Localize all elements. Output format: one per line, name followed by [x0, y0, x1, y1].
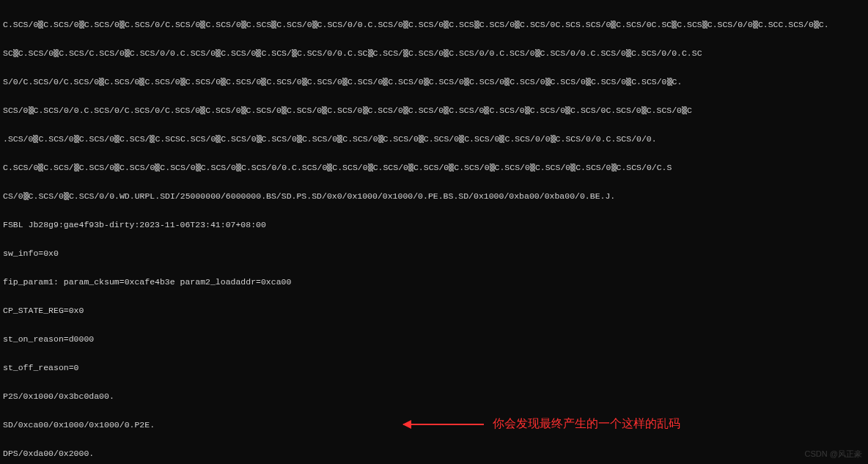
garbage-glyph-icon: [490, 163, 495, 172]
garbage-glyph-icon: [180, 78, 185, 86]
garbage-glyph-icon: [383, 78, 388, 86]
garbage-glyph-icon: [99, 78, 104, 86]
garbage-glyph-icon: [611, 163, 617, 172]
garbage-glyph-icon: [565, 106, 570, 114]
garbage-glyph-icon: [403, 106, 408, 114]
garbage-line-6: C.SCS/0C.SCS/C.SCS/0C.SCS/0C.SCS/0C.SCS/…: [3, 163, 865, 172]
garbage-glyph-icon: [444, 21, 449, 29]
garbage-glyph-icon: [419, 135, 424, 143]
garbage-glyph-icon: [611, 21, 616, 29]
garbage-glyph-icon: [525, 106, 530, 114]
garbage-glyph-icon: [74, 163, 79, 172]
garbage-glyph-icon: [256, 49, 261, 57]
garbage-glyph-icon: [216, 49, 221, 57]
log-line: st_off_reason=0: [3, 363, 865, 372]
garbage-glyph-icon: [64, 192, 69, 200]
garbage-glyph-icon: [499, 135, 504, 143]
garbage-glyph-icon: [444, 49, 449, 57]
garbage-glyph-icon: [221, 78, 226, 86]
garbage-glyph-icon: [125, 49, 130, 57]
log-line: DPS/0xda00/0x2000.: [3, 449, 865, 458]
log-line: sw_info=0x0: [3, 248, 865, 258]
garbage-glyph-icon: [13, 49, 18, 57]
garbage-glyph-icon: [54, 49, 59, 57]
garbage-line-2: SCC.SCS/0C.SCS/C.SCS/0C.SCS/0/0.C.SCS/0C…: [3, 48, 865, 58]
garbage-glyph-icon: [672, 21, 677, 29]
garbage-glyph-icon: [545, 78, 551, 86]
log-line: CP_STATE_REG=0x0: [3, 306, 865, 315]
garbage-glyph-icon: [403, 49, 408, 57]
garbage-glyph-icon: [322, 106, 327, 114]
garbage-glyph-icon: [337, 135, 342, 143]
garbage-glyph-icon: [626, 78, 631, 86]
garbage-glyph-icon: [530, 163, 535, 172]
garbage-glyph-icon: [241, 106, 246, 114]
garbage-line-7: CS/0C.SCS/0C.SCS/0/0.WD.URPL.SDI/2500000…: [3, 191, 865, 201]
garbage-glyph-icon: [570, 163, 575, 172]
garbage-glyph-icon: [586, 78, 591, 86]
garbage-glyph-icon: [403, 21, 408, 29]
garbage-glyph-icon: [38, 163, 43, 172]
garbage-line-4: SCS/0C.SCS/0/0.C.SCS/0/C.SCS/0/C.SCS/0C.…: [3, 106, 865, 115]
garbage-glyph-icon: [449, 163, 454, 172]
log-line: FSBL Jb28g9:gae4f93b-dirty:2023-11-06T23…: [3, 220, 865, 229]
arrow-left-icon: [403, 424, 484, 425]
garbage-line-5: .SCS/0C.SCS/0C.SCS/0C.SCS/C.SCSC.SCS/0C.…: [3, 134, 865, 144]
garbage-glyph-icon: [29, 106, 34, 114]
garbage-glyph-icon: [292, 49, 297, 57]
garbage-line-3: S/0/C.SCS/0/C.SCS/0C.SCS/0C.SCS/0C.SCS/0…: [3, 77, 865, 86]
watermark-text: CSDN @风正豪: [805, 449, 862, 460]
garbage-glyph-icon: [753, 21, 758, 29]
garbage-glyph-icon: [216, 135, 221, 143]
garbage-glyph-icon: [200, 106, 205, 114]
garbage-glyph-icon: [551, 135, 556, 143]
garbage-glyph-icon: [38, 21, 43, 29]
terminal-output: C.SCS/0C.SCS/0C.SCS/0C.SCS/0/C.SCS/0C.SC…: [0, 0, 868, 464]
garbage-glyph-icon: [261, 78, 266, 86]
garbage-glyph-icon: [79, 21, 84, 29]
garbage-glyph-icon: [484, 106, 489, 114]
garbage-glyph-icon: [682, 106, 687, 114]
garbage-glyph-icon: [74, 135, 79, 143]
garbage-glyph-icon: [312, 21, 317, 29]
log-line: fip_param1: param_cksum=0xcafe4b3e param…: [3, 277, 865, 287]
annotation-callout: 你会发现最终产生的一个这样的乱码: [403, 416, 680, 432]
garbage-glyph-icon: [236, 163, 241, 172]
garbage-glyph-icon: [302, 78, 307, 86]
garbage-glyph-icon: [282, 106, 287, 114]
garbage-glyph-icon: [702, 21, 707, 29]
garbage-glyph-icon: [114, 135, 119, 143]
garbage-glyph-icon: [119, 21, 125, 29]
garbage-glyph-icon: [257, 135, 262, 143]
annotation-text: 你会发现最终产生的一个这样的乱码: [493, 416, 680, 432]
garbage-glyph-icon: [626, 49, 631, 57]
garbage-glyph-icon: [23, 192, 29, 200]
garbage-glyph-icon: [814, 21, 819, 29]
garbage-glyph-icon: [150, 135, 155, 143]
garbage-glyph-icon: [408, 163, 413, 172]
garbage-glyph-icon: [327, 163, 332, 172]
garbage-glyph-icon: [474, 21, 479, 29]
garbage-glyph-icon: [459, 135, 464, 143]
garbage-glyph-icon: [342, 78, 347, 86]
log-line: st_on_reason=d0000: [3, 334, 865, 344]
garbage-glyph-icon: [114, 163, 119, 172]
log-line: P2S/0x1000/0x3bc0da00.: [3, 391, 865, 401]
garbage-glyph-icon: [641, 106, 647, 114]
garbage-glyph-icon: [155, 163, 160, 172]
garbage-glyph-icon: [535, 49, 540, 57]
garbage-glyph-icon: [297, 135, 302, 143]
garbage-glyph-icon: [368, 49, 373, 57]
garbage-glyph-icon: [667, 78, 672, 86]
garbage-glyph-icon: [271, 21, 276, 29]
garbage-glyph-icon: [444, 106, 449, 114]
garbage-glyph-icon: [241, 21, 246, 29]
garbage-glyph-icon: [504, 78, 510, 86]
garbage-glyph-icon: [378, 135, 383, 143]
garbage-glyph-icon: [196, 163, 201, 172]
garbage-glyph-icon: [368, 163, 373, 172]
garbage-glyph-icon: [424, 78, 429, 86]
garbage-glyph-icon: [200, 21, 205, 29]
garbage-glyph-icon: [515, 21, 520, 29]
garbage-glyph-icon: [139, 78, 144, 86]
